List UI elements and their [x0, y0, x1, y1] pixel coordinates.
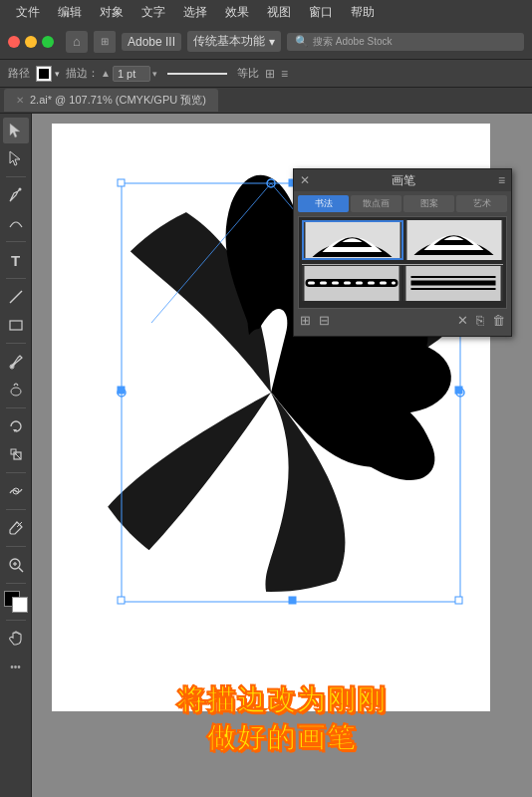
brush-preview-3[interactable]: [302, 266, 401, 301]
svg-line-3: [10, 291, 22, 303]
tool-separator-10: [6, 620, 26, 621]
stroke-width-input[interactable]: [113, 66, 150, 82]
line-tool-button[interactable]: [3, 284, 29, 310]
tool-separator-6: [6, 472, 26, 473]
stroke-style-preview: [167, 73, 227, 75]
menu-text[interactable]: 文字: [133, 2, 173, 23]
brush-preview-separator: [302, 264, 503, 265]
pen-tool-button[interactable]: [3, 182, 29, 208]
tool-separator-8: [6, 546, 26, 547]
brush-tab-art[interactable]: 艺术: [456, 195, 507, 212]
new-brush-icon[interactable]: 🗑: [490, 311, 507, 330]
paintbrush-tool-button[interactable]: [3, 349, 29, 375]
svg-rect-20: [118, 179, 125, 186]
canvas-area: ✕ 画笔 ≡ 书法 散点画 图案 艺术: [32, 114, 532, 797]
warp-tool-button[interactable]: [3, 478, 29, 504]
menu-view[interactable]: 视图: [259, 2, 299, 23]
rectangle-tool-button[interactable]: [3, 312, 29, 338]
brush-preview-selected[interactable]: [302, 220, 403, 260]
eyedropper-tool-button[interactable]: [3, 515, 29, 541]
close-window-button[interactable]: [8, 36, 20, 48]
brush-panel-menu-icon[interactable]: ≡: [498, 173, 505, 187]
zoom-tool-button[interactable]: [3, 552, 29, 578]
path-label: 路径: [8, 66, 30, 81]
brush-tab-pattern[interactable]: 图案: [403, 195, 454, 212]
brush-panel-titlebar: ✕ 画笔 ≡: [294, 169, 511, 191]
direct-selection-tool-button[interactable]: [3, 145, 29, 171]
stroke-up-icon[interactable]: ▲: [101, 68, 111, 79]
scale-tool-button[interactable]: [3, 441, 29, 467]
brush-preview-area: [298, 216, 507, 309]
chevron-down-icon: ▾: [269, 35, 275, 49]
brush-type-tabs: 书法 散点画 图案 艺术: [298, 195, 507, 212]
workspace-selector[interactable]: 传统基本功能 ▾: [187, 31, 281, 52]
brush-panel-content: 书法 散点画 图案 艺术: [294, 191, 511, 336]
tool-separator-4: [6, 343, 26, 344]
subtitle-line-1: 将描边改为刚刚: [32, 681, 532, 719]
svg-rect-27: [455, 597, 462, 604]
svg-line-10: [15, 453, 21, 459]
brush-panel: ✕ 画笔 ≡ 书法 散点画 图案 艺术: [293, 168, 512, 337]
background-color[interactable]: [12, 597, 28, 613]
more-options-icon[interactable]: ≡: [281, 67, 288, 81]
brush-panel-title: 画笔: [392, 172, 415, 189]
selection-tool-button[interactable]: [3, 118, 29, 143]
toolbox: T: [0, 114, 32, 797]
svg-marker-1: [10, 151, 20, 165]
menu-select[interactable]: 选择: [175, 2, 215, 23]
color-swatch[interactable]: [4, 591, 28, 613]
svg-rect-25: [118, 597, 125, 604]
fill-swatch[interactable]: [36, 66, 52, 82]
stroke-controls: 描边： ▲ ▾: [66, 66, 157, 82]
tool-separator-2: [6, 241, 26, 242]
maximize-window-button[interactable]: [42, 36, 54, 48]
svg-rect-26: [289, 597, 296, 604]
menu-effect[interactable]: 效果: [217, 2, 257, 23]
svg-marker-0: [10, 124, 20, 137]
curvature-tool-button[interactable]: [3, 210, 29, 236]
search-bar[interactable]: 🔍 搜索 Adobe Stock: [287, 33, 524, 51]
brush-preview-2[interactable]: [405, 220, 503, 260]
menu-object[interactable]: 对象: [92, 2, 132, 23]
type-tool-button[interactable]: T: [3, 247, 29, 273]
dropdown-arrow-icon: ▾: [55, 69, 60, 79]
tab-close-icon[interactable]: ✕: [16, 95, 24, 106]
menu-edit[interactable]: 编辑: [50, 2, 90, 23]
brush-libraries-icon[interactable]: ⊞: [298, 311, 313, 330]
subtitle-line-2: 做好的画笔: [32, 719, 532, 757]
brush-preview-icon[interactable]: ⊟: [317, 311, 332, 330]
brush-panel-close-icon[interactable]: ✕: [300, 173, 310, 187]
menu-help[interactable]: 帮助: [343, 2, 383, 23]
menu-file[interactable]: 文件: [8, 2, 48, 23]
search-icon: 🔍: [295, 35, 309, 48]
brush-tab-scatter[interactable]: 散点画: [351, 195, 401, 212]
home-button[interactable]: ⌂: [66, 31, 88, 53]
grid-view-button[interactable]: ⊞: [94, 31, 116, 53]
minimize-window-button[interactable]: [25, 36, 37, 48]
properties-bar: 路径 ▾ 描边： ▲ ▾ 等比 ⊞ ≡: [0, 60, 532, 88]
tool-separator-9: [6, 583, 26, 584]
adobe-logo-text: Adobe III: [128, 35, 175, 49]
brush-preview-row-2: [302, 266, 503, 301]
brush-preview-4[interactable]: [403, 266, 503, 301]
subtitle-overlay: 将描边改为刚刚 做好的画笔: [32, 681, 532, 757]
tool-separator-5: [6, 407, 26, 408]
hand-tool-button[interactable]: [3, 626, 29, 652]
app-name-label: Adobe III: [122, 33, 181, 51]
align-icon[interactable]: ⊞: [265, 67, 275, 81]
brush-tab-calligraphic[interactable]: 书法: [298, 195, 349, 212]
duplicate-brush-icon[interactable]: ⎘: [474, 311, 486, 330]
brush-panel-controls: ⊞ ⊟ ✕ ⎘ 🗑: [298, 309, 507, 332]
rotate-tool-button[interactable]: [3, 413, 29, 439]
more-tools-button[interactable]: •••: [3, 654, 29, 679]
blob-brush-tool-button[interactable]: [3, 377, 29, 402]
document-tab[interactable]: ✕ 2.ai* @ 107.71% (CMYK/GPU 预览): [4, 89, 218, 112]
svg-point-2: [18, 188, 21, 191]
menu-window[interactable]: 窗口: [301, 2, 341, 23]
delete-brush-icon[interactable]: ✕: [455, 311, 470, 330]
stroke-unit-dropdown[interactable]: ▾: [152, 69, 157, 79]
tool-separator-3: [6, 278, 26, 279]
tab-bar: ✕ 2.ai* @ 107.71% (CMYK/GPU 预览): [0, 88, 532, 114]
toolbar: ⌂ ⊞ Adobe III 传统基本功能 ▾ 🔍 搜索 Adobe Stock: [0, 24, 532, 60]
svg-rect-4: [10, 321, 22, 330]
